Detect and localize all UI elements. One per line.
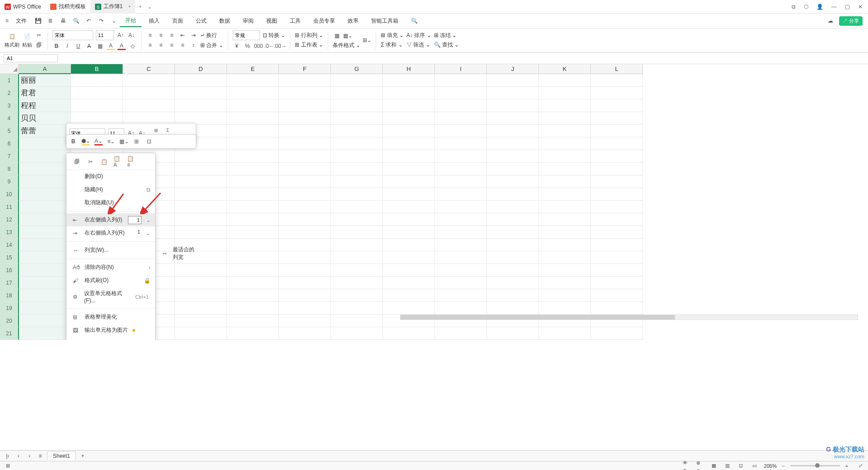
col-header-L[interactable]: L [591, 64, 643, 74]
table-style-icon[interactable]: ▦ [333, 32, 341, 40]
col-header-G[interactable]: G [331, 64, 383, 74]
number-format-select[interactable] [233, 30, 260, 40]
cell-J16[interactable] [487, 264, 539, 277]
row-header-18[interactable]: 18 [0, 289, 19, 302]
cell-K9[interactable] [539, 175, 591, 188]
cell-H18[interactable] [383, 289, 435, 302]
cell-G21[interactable] [331, 327, 383, 340]
cm-copy-icon[interactable]: 🗐 [73, 158, 81, 166]
hamburger-icon[interactable]: ≡ [5, 18, 9, 24]
wrap-button[interactable]: ⤶ 换行 [200, 32, 217, 39]
cell-K12[interactable] [539, 213, 591, 226]
cell-D17[interactable] [175, 277, 227, 289]
cm-paste-values-icon[interactable]: 📋≡ [127, 158, 135, 166]
export-icon[interactable]: 🗎 [47, 17, 55, 25]
cell-F10[interactable] [279, 188, 331, 201]
mini-bold-icon[interactable]: B [69, 137, 77, 146]
cell-E1[interactable] [227, 74, 279, 87]
cell-F7[interactable] [279, 150, 331, 163]
cell-F2[interactable] [279, 87, 331, 99]
cut-icon[interactable]: ✂ [35, 31, 43, 39]
cell-A7[interactable] [19, 150, 71, 163]
filter-button[interactable]: ▽ 筛选 ⌄ [406, 41, 430, 49]
cell-D1[interactable] [175, 74, 227, 87]
row-header-15[interactable]: 15 [0, 251, 19, 264]
cell-E15[interactable] [227, 251, 279, 264]
bold-icon[interactable]: B [52, 42, 61, 50]
cm-clear[interactable]: A⥀清除内容(N)› [66, 261, 155, 274]
cell-L12[interactable] [591, 213, 643, 226]
col-header-I[interactable]: I [435, 64, 487, 74]
cell-J11[interactable] [487, 201, 539, 213]
cm-delete[interactable]: 删除(D) [66, 170, 155, 183]
horizontal-scrollbar[interactable] [400, 315, 858, 320]
row-header-7[interactable]: 7 [0, 150, 19, 163]
cell-E14[interactable] [227, 239, 279, 251]
cell-J5[interactable] [487, 125, 539, 137]
cell-K8[interactable] [539, 163, 591, 175]
print-icon[interactable]: 🖶 [59, 17, 67, 25]
cell-H17[interactable] [383, 277, 435, 289]
cell-A6[interactable] [19, 137, 71, 150]
indent-inc-icon[interactable]: ⇥ [189, 31, 198, 39]
cell-L8[interactable] [591, 163, 643, 175]
font-color-icon[interactable]: A [118, 42, 126, 50]
cell-K5[interactable] [539, 125, 591, 137]
cell-L2[interactable] [591, 87, 643, 99]
strike-icon[interactable]: A̶ [85, 42, 93, 50]
cell-E5[interactable] [227, 125, 279, 137]
cell-G20[interactable] [331, 315, 383, 327]
sheet-button[interactable]: ⊞ 工作表 ⌄ [295, 41, 323, 49]
search-icon[interactable]: 🔍 [410, 17, 418, 25]
cell-K10[interactable] [539, 188, 591, 201]
align-bottom-icon[interactable]: ≡ [168, 31, 176, 39]
cell-D13[interactable] [175, 226, 227, 239]
save-icon[interactable]: 💾 [34, 17, 42, 25]
percent-icon[interactable]: % [244, 42, 252, 50]
row-header-6[interactable]: 6 [0, 137, 19, 150]
cell-G16[interactable] [331, 264, 383, 277]
cell-A4[interactable]: 贝贝 [19, 112, 71, 125]
cell-A5[interactable]: 蕾蕾 [19, 125, 71, 137]
cell-F20[interactable] [279, 315, 331, 327]
col-header-C[interactable]: C [123, 64, 175, 74]
cell-G8[interactable] [331, 163, 383, 175]
tab-docer[interactable]: 找稻壳模板 [46, 0, 90, 14]
cell-I6[interactable] [435, 137, 487, 150]
font-grow-icon[interactable]: A↑ [117, 31, 125, 39]
cell-style-icon[interactable]: ▦⌄ [344, 32, 352, 40]
cell-L14[interactable] [591, 239, 643, 251]
cm-format-brush[interactable]: 🖌格式刷(O)🔒 [66, 274, 155, 287]
sort-button[interactable]: A↓ 排序 ⌄ [406, 32, 431, 39]
cell-F9[interactable] [279, 175, 331, 188]
menu-tools[interactable]: 工具 [284, 15, 306, 27]
cm-best-width[interactable]: ⇿最适合的列宽 [156, 243, 206, 264]
mini-format-icon[interactable]: ⊡ [145, 137, 153, 146]
cell-F6[interactable] [279, 137, 331, 150]
cell-A18[interactable] [19, 289, 71, 302]
tab-workbook[interactable]: S 工作簿1 • [90, 0, 135, 14]
row-header-2[interactable]: 2 [0, 87, 19, 99]
grid-icon[interactable]: ⊞⌄ [363, 36, 371, 44]
menu-insert[interactable]: 插入 [143, 15, 165, 27]
cell-E13[interactable] [227, 226, 279, 239]
cell-I10[interactable] [435, 188, 487, 201]
cell-I4[interactable] [435, 112, 487, 125]
row-header-11[interactable]: 11 [0, 201, 19, 213]
cell-J1[interactable] [487, 74, 539, 87]
cell-E21[interactable] [227, 327, 279, 340]
clear-format-icon[interactable]: ◇ [128, 42, 137, 50]
cell-E7[interactable] [227, 150, 279, 163]
align-top-icon[interactable]: ≡ [146, 31, 154, 39]
cell-F11[interactable] [279, 201, 331, 213]
copy-icon[interactable]: 🗐 [35, 41, 43, 49]
cell-F5[interactable] [279, 125, 331, 137]
mini-fill-icon[interactable]: ⊞ [132, 137, 141, 146]
cell-I15[interactable] [435, 251, 487, 264]
find-button[interactable]: 🔍 查找 ⌄ [434, 41, 459, 49]
cell-L4[interactable] [591, 112, 643, 125]
close-icon[interactable]: ✕ [858, 4, 863, 10]
undo-icon[interactable]: ↶ [85, 17, 93, 25]
menu-view[interactable]: 视图 [261, 15, 283, 27]
cell-G1[interactable] [331, 74, 383, 87]
